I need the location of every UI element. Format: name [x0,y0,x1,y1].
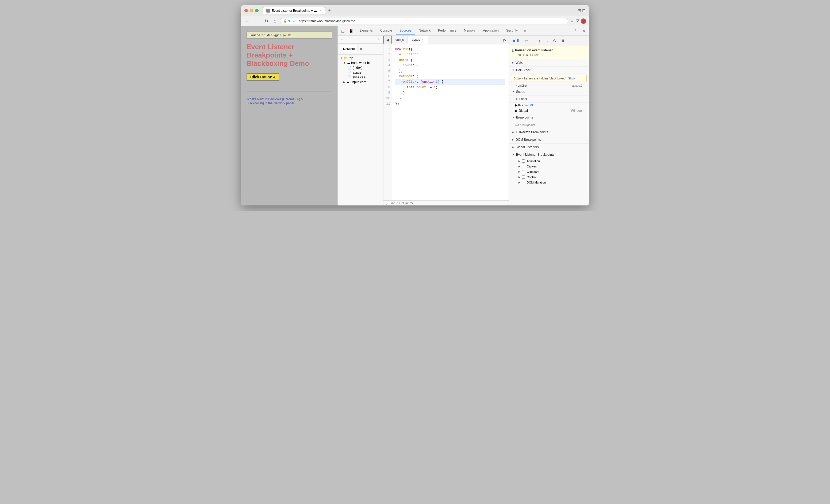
close-button[interactable] [245,9,248,12]
file-tree-more-btn[interactable]: ⋮ [376,37,382,42]
tree-item-top[interactable]: ▼ 📁 top [338,56,383,60]
devtools-more-tabs[interactable]: » [521,26,528,35]
debugger-play-icon[interactable]: ▶ [283,33,286,37]
global-val: Window [571,109,582,113]
devtools-inspect-icon[interactable]: ⬚ [339,27,347,34]
devtools-close-icon[interactable]: ✕ [580,27,588,34]
appjs-tab-close[interactable]: ✕ [422,38,424,41]
tab-close-btn[interactable]: × [320,9,321,12]
call-stack-header[interactable]: ▼ Call Stack [509,67,589,74]
back-button[interactable]: ← [244,18,251,24]
tree-item-unpkg[interactable]: ▶ ☁ unpkg.com [338,80,383,85]
editor-live-btn[interactable]: ▷ [501,36,509,43]
tab-network[interactable]: Network [415,27,434,35]
editor-tab-prev[interactable]: ◀ [383,36,392,44]
profile-avatar[interactable]: U [581,19,586,24]
step-btn[interactable]: → [543,37,550,44]
clipboard-checkbox[interactable] [522,170,525,174]
event-listener-header[interactable]: ▼ Event Listener Breakpoints [509,151,589,158]
resume-btn[interactable]: ▶⏸ [511,37,522,44]
code-content[interactable]: 12345 678910 11 new Vue({ el: '#app', da… [383,44,509,200]
format-icon[interactable]: {} [386,201,387,204]
global-item[interactable]: ▶ Global Window [509,108,589,114]
control-checkbox[interactable] [522,176,525,179]
file-tree: ▼ 📁 top ▼ ☁ framework-bla 📄 (index) [338,55,383,86]
dom-mutation-checkbox[interactable] [522,181,525,184]
window-max-btn[interactable]: ⊡ [582,8,585,13]
tab-sources[interactable]: Sources [396,27,415,35]
deactivate-btn[interactable]: ⊘ [551,37,558,44]
tab-application[interactable]: Application [479,27,503,35]
tab-elements[interactable]: Elements [356,27,377,35]
extension-icon[interactable]: 🛡 [575,19,579,24]
debugger-controls: ▶⏸ ↩ ↓ ↑ → ⊘ ⏸ [509,36,589,46]
canvas-checkbox[interactable] [522,165,525,168]
address-input[interactable]: 🔒 Secure https://framework-blackboxing.g… [280,18,568,24]
devtools-menu-icon[interactable]: ⋮ [572,27,580,34]
global-listeners-label: Global Listeners [515,145,539,149]
blackboxing-link[interactable]: Blackboxing in the Network panel [247,101,294,105]
secure-badge: 🔒 Secure [283,19,297,23]
home-button[interactable]: ⌂ [272,18,278,24]
step-into-btn[interactable]: ↓ [530,37,536,44]
code-line-1: new Vue({ [395,46,505,52]
listener-dom-mutation[interactable]: ▶ DOM Mutation [509,180,589,185]
listener-animation[interactable]: ▶ Animation [509,158,589,164]
breakpoints-label: Breakpoints [516,116,533,119]
file-icon-appjs: 📄 [348,71,352,74]
refresh-button[interactable]: ↻ [263,18,270,24]
xhr-header[interactable]: ▶ XHR/fetch Breakpoints [509,129,589,136]
devtools-link[interactable]: What's New In DevTools (Chrome 66) > [247,97,303,101]
dom-header[interactable]: ▶ DOM Breakpoints [509,136,589,144]
event-listener-arrow: ▼ [512,153,514,156]
breakpoints-header[interactable]: ▼ Breakpoints [509,114,589,121]
watch-arrow: ▶ [512,61,514,64]
window-min-btn[interactable]: ⊟ [578,8,581,13]
animation-checkbox[interactable] [522,159,525,163]
step-out-btn[interactable]: ↑ [537,37,543,44]
pause-exceptions-btn[interactable]: ⏸ [559,37,567,44]
call-stack-onclick[interactable]: ● onClick app.js:7 [509,83,589,88]
step-over-btn[interactable]: ↩ [522,37,530,44]
file-tree-more-options[interactable]: » [360,46,362,51]
tree-item-stylecss[interactable]: 📄 style.css [338,75,383,80]
file-tree-toolbar: ← ⋮ [338,36,383,43]
devtools-tab-bar: ⬚ 📱 Elements Console Sources Network Per… [338,26,589,36]
scope-this: ▶ this: Vue$3 [509,103,589,108]
scope-header[interactable]: ▼ Scope [509,88,589,95]
tab-memory[interactable]: Memory [460,27,479,35]
code-line-3: data: { [395,58,505,63]
global-listeners-header[interactable]: ▶ Global Listeners [509,144,589,151]
call-stack-arrow: ▼ [512,69,514,71]
tree-arrow-framework: ▼ [343,62,346,64]
scope-label: Scope [516,90,525,94]
blackbox-show-link[interactable]: Show [568,77,575,80]
file-tree-back-btn[interactable]: ← [339,37,346,42]
code-line-6: methods: { [395,74,505,79]
network-chip[interactable]: Network [340,46,358,52]
forward-button[interactable]: → [254,18,261,24]
listener-clipboard[interactable]: ▶ Clipboard [509,169,589,175]
tree-item-appjs[interactable]: 📄 app.js [338,70,383,75]
debugger-eye-icon: 👁 [288,33,291,37]
editor-tab-appjs[interactable]: app.js ✕ [408,36,428,43]
window-controls: ⊟ ⊡ [578,8,585,13]
listener-canvas[interactable]: ▶ Canvas [509,164,589,169]
minimize-button[interactable] [250,9,253,12]
devtools-device-icon[interactable]: 📱 [347,27,356,34]
local-header[interactable]: ▼ Local [509,95,589,103]
tree-item-framework[interactable]: ▼ ☁ framework-bla [338,60,383,65]
tree-item-index[interactable]: 📄 (index) [338,65,383,70]
editor-tab-vuejs[interactable]: vue.js [392,36,408,43]
bookmark-icon[interactable]: ☆ [570,19,574,24]
tab-console[interactable]: Console [377,27,396,35]
listener-control[interactable]: ▶ Control [509,175,589,180]
maximize-button[interactable] [255,9,259,12]
watch-header[interactable]: ▶ Watch [509,59,589,66]
code-line-9: } [395,90,505,95]
tab-performance[interactable]: Performance [434,27,460,35]
tab-bar: Event Listener Breakpoints + ☁ × + [263,7,578,14]
browser-tab[interactable]: Event Listener Breakpoints + ☁ × [263,7,325,14]
tab-security[interactable]: Security [503,27,521,35]
new-tab-button[interactable]: + [326,8,333,13]
